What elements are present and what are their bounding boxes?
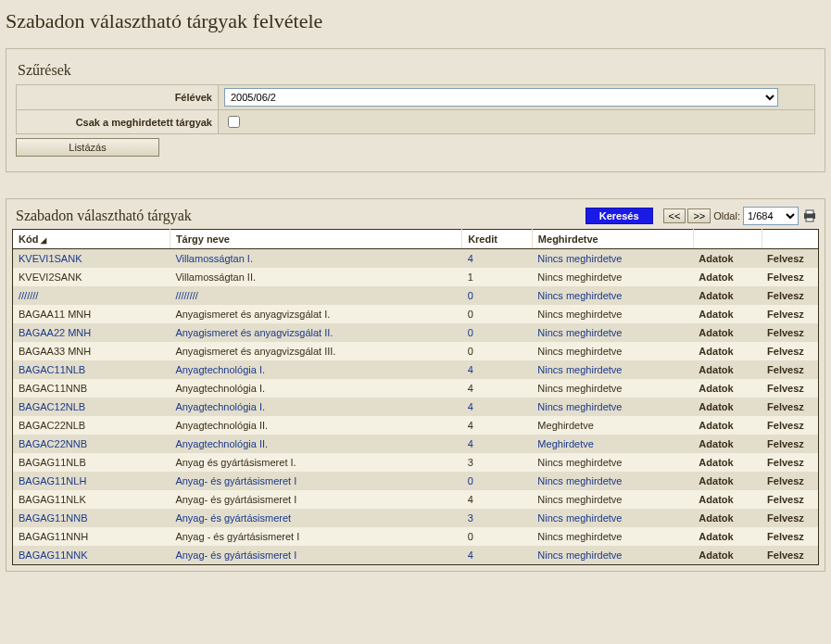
results-title: Szabadon választható tárgyak [16, 208, 585, 224]
row-status[interactable]: Nincs meghirdetve [537, 475, 622, 486]
row-code[interactable]: BAGAC11NLB [19, 364, 85, 375]
row-adatok-link[interactable]: Adatok [699, 549, 733, 561]
row-felvesz-link[interactable]: Felvesz [767, 253, 804, 264]
row-credit[interactable]: 0 [468, 327, 473, 338]
row-felvesz-link[interactable]: Felvesz [767, 531, 804, 542]
row-adatok-link[interactable]: Adatok [699, 271, 733, 283]
row-felvesz-link[interactable]: Felvesz [767, 290, 804, 301]
row-name: Anyagismeret és anyagvizsgálat I. [175, 309, 330, 320]
row-adatok-link[interactable]: Adatok [699, 475, 733, 486]
row-status: Nincs meghirdetve [537, 383, 622, 394]
row-felvesz-link[interactable]: Felvesz [767, 549, 804, 561]
row-credit[interactable]: 0 [468, 290, 473, 301]
row-felvesz-link[interactable]: Felvesz [767, 364, 804, 375]
row-status[interactable]: Nincs meghirdetve [537, 512, 622, 524]
row-credit: 3 [468, 457, 473, 468]
row-adatok-link[interactable]: Adatok [699, 401, 733, 412]
row-felvesz-link[interactable]: Felvesz [767, 327, 804, 338]
row-credit[interactable]: 0 [468, 475, 473, 486]
row-adatok-link[interactable]: Adatok [699, 512, 733, 524]
row-adatok-link[interactable]: Adatok [699, 438, 733, 449]
row-credit[interactable]: 4 [468, 549, 473, 561]
results-table: Kód Tárgy neve Kredit Meghirdetve KVEVI1… [12, 229, 819, 565]
row-felvesz-link[interactable]: Felvesz [767, 494, 804, 505]
semester-select[interactable]: 2005/06/2 [224, 88, 778, 107]
row-credit[interactable]: 4 [468, 364, 473, 375]
row-credit[interactable]: 3 [468, 512, 473, 524]
row-code[interactable]: KVEVI1SANK [19, 253, 82, 264]
row-code[interactable]: /////// [19, 290, 38, 301]
row-adatok-link[interactable]: Adatok [699, 494, 733, 505]
row-adatok-link[interactable]: Adatok [699, 531, 733, 542]
row-credit[interactable]: 4 [468, 253, 473, 264]
pager-select[interactable]: 1/684 [743, 207, 799, 225]
row-name[interactable]: Anyagtechnológia I. [175, 401, 265, 412]
print-icon[interactable] [802, 209, 817, 222]
row-adatok-link[interactable]: Adatok [699, 457, 733, 468]
table-row: BAGAG11NLKAnyag- és gyártásismeret I4Nin… [13, 490, 819, 509]
row-felvesz-link[interactable]: Felvesz [767, 457, 804, 468]
row-code: BAGAG11NNH [19, 531, 88, 542]
col-header-status[interactable]: Meghirdetve [532, 230, 693, 249]
row-adatok-link[interactable]: Adatok [699, 309, 733, 320]
row-status[interactable]: Nincs meghirdetve [537, 290, 622, 301]
row-name[interactable]: Anyag- és gyártásismeret I [175, 549, 296, 561]
col-header-name[interactable]: Tárgy neve [170, 230, 461, 249]
row-name[interactable]: //////// [175, 290, 197, 301]
row-credit[interactable]: 4 [468, 438, 473, 449]
row-status[interactable]: Nincs meghirdetve [537, 401, 622, 412]
row-status[interactable]: Meghirdetve [537, 438, 594, 449]
row-name[interactable]: Villamosságtan I. [175, 253, 253, 264]
row-adatok-link[interactable]: Adatok [699, 364, 733, 375]
row-code[interactable]: BAGAG11NNK [19, 549, 88, 561]
row-code: BAGAA11 MNH [19, 309, 91, 320]
search-button[interactable]: Keresés [585, 208, 653, 224]
row-name[interactable]: Anyag- és gyártásismeret I [175, 475, 296, 486]
row-code[interactable]: BAGAC12NLB [19, 401, 85, 412]
col-header-credit[interactable]: Kredit [462, 230, 533, 249]
row-adatok-link[interactable]: Adatok [699, 383, 733, 394]
row-felvesz-link[interactable]: Felvesz [767, 309, 804, 320]
row-code[interactable]: BAGAA22 MNH [19, 327, 91, 338]
row-felvesz-link[interactable]: Felvesz [767, 475, 804, 486]
row-adatok-link[interactable]: Adatok [699, 346, 733, 357]
row-name[interactable]: Anyagtechnológia I. [175, 364, 265, 375]
row-status: Nincs meghirdetve [537, 531, 622, 542]
row-status[interactable]: Nincs meghirdetve [537, 327, 622, 338]
only-announced-label: Csak a meghirdetett tárgyak [17, 110, 219, 134]
col-header-code[interactable]: Kód [13, 230, 170, 249]
col-header-felvesz [762, 230, 818, 249]
row-code[interactable]: BAGAG11NNB [19, 512, 88, 524]
row-status[interactable]: Nincs meghirdetve [537, 253, 622, 264]
row-adatok-link[interactable]: Adatok [699, 290, 733, 301]
row-code[interactable]: BAGAG11NLH [19, 475, 86, 486]
only-announced-checkbox[interactable] [228, 116, 240, 128]
row-name[interactable]: Anyag- és gyártásismeret [175, 512, 291, 524]
table-row: BAGAG11NNBAnyag- és gyártásismeret3Nincs… [13, 509, 819, 527]
row-adatok-link[interactable]: Adatok [699, 253, 733, 264]
row-felvesz-link[interactable]: Felvesz [767, 438, 804, 449]
row-name[interactable]: Anyagismeret és anyagvizsgálat II. [175, 327, 333, 338]
row-code[interactable]: BAGAC22NNB [19, 438, 87, 449]
row-credit[interactable]: 4 [468, 401, 473, 412]
row-status[interactable]: Nincs meghirdetve [537, 549, 622, 561]
row-felvesz-link[interactable]: Felvesz [767, 420, 804, 431]
list-button[interactable]: Listázás [16, 138, 159, 157]
row-name[interactable]: Anyagtechnológia II. [175, 438, 268, 449]
table-row: BAGAC22NLBAnyagtechnológia II.4Meghirdet… [13, 416, 819, 435]
pager-next-button[interactable]: >> [687, 208, 711, 223]
row-credit: 4 [468, 383, 473, 394]
row-felvesz-link[interactable]: Felvesz [767, 512, 804, 524]
row-status[interactable]: Nincs meghirdetve [537, 364, 622, 375]
row-name: Anyag és gyártásismeret I. [175, 457, 296, 468]
row-status: Nincs meghirdetve [537, 309, 622, 320]
results-header: Szabadon választható tárgyak Keresés << … [6, 199, 825, 229]
row-felvesz-link[interactable]: Felvesz [767, 383, 804, 394]
row-felvesz-link[interactable]: Felvesz [767, 401, 804, 412]
row-felvesz-link[interactable]: Felvesz [767, 346, 804, 357]
table-row: ///////////////0Nincs meghirdetveAdatokF… [13, 286, 819, 305]
row-adatok-link[interactable]: Adatok [699, 420, 733, 431]
row-adatok-link[interactable]: Adatok [699, 327, 733, 338]
row-felvesz-link[interactable]: Felvesz [767, 271, 804, 283]
pager-prev-button[interactable]: << [663, 208, 686, 223]
